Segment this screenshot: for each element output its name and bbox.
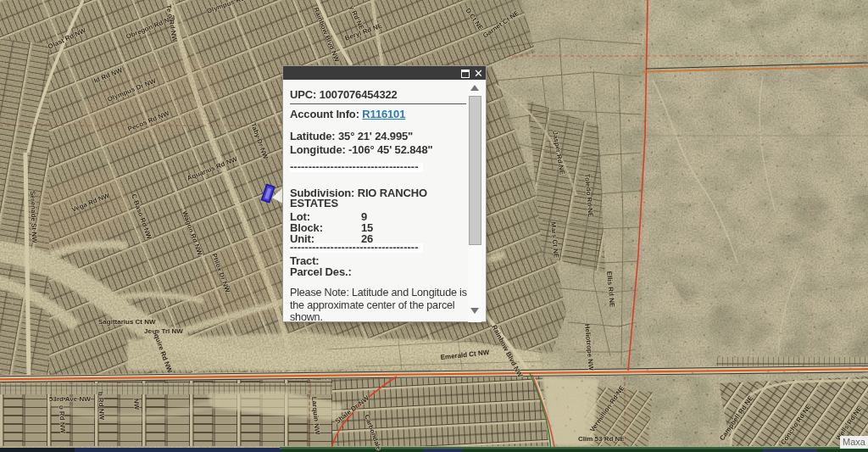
svg-text:Jeep Trl NW: Jeep Trl NW — [144, 327, 183, 335]
svg-text:NW: NW — [132, 399, 141, 410]
svg-text:Sagittarius Ct NW: Sagittarius Ct NW — [98, 318, 156, 326]
svg-text:b Rd NW: b Rd NW — [97, 392, 106, 421]
svg-text:Clim 53 Rd NE: Clim 53 Rd NE — [578, 435, 625, 443]
svg-text:53rd Ave NW: 53rd Ave NW — [49, 395, 91, 403]
svg-text:o Rd NW: o Rd NW — [58, 405, 67, 434]
